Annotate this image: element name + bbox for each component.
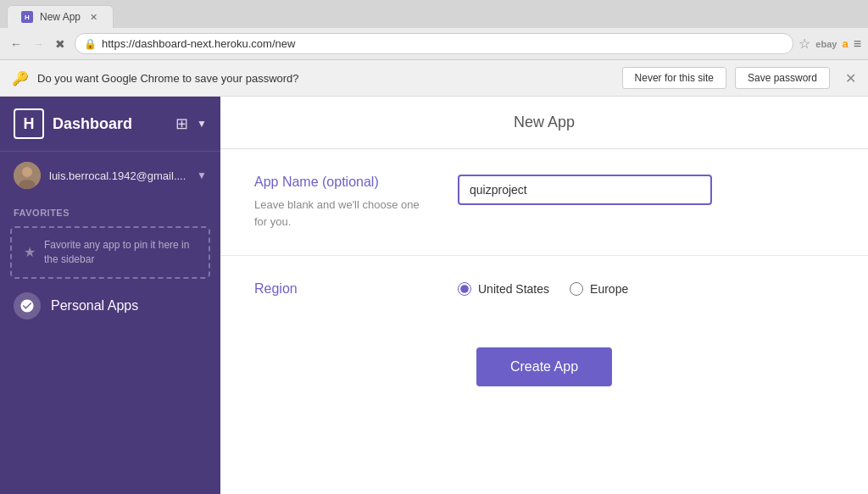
grid-icon[interactable]: ⊞ (175, 114, 188, 133)
region-section: Region United States Europe (220, 256, 868, 322)
app-name-control (458, 175, 834, 205)
personal-apps-label: Personal Apps (51, 298, 138, 314)
user-avatar (14, 162, 41, 189)
reload-button[interactable]: ✖ (51, 35, 70, 53)
browser-actions: ebay a ≡ (815, 36, 861, 52)
nav-buttons: ← → ✖ (7, 35, 70, 53)
tab-favicon: H (21, 11, 33, 23)
url-text: https://dashboard-next.heroku.com/new (102, 37, 784, 50)
star-icon: ★ (24, 243, 36, 262)
save-password-button[interactable]: Save password (735, 67, 830, 89)
never-button[interactable]: Never for this site (622, 67, 726, 89)
region-eu-label: Europe (590, 282, 628, 296)
main-content: New App App Name (optional) Leave blank … (220, 97, 868, 494)
app-name-section: App Name (optional) Leave blank and we'l… (220, 149, 868, 256)
sidebar-header: H Dashboard ⊞ ▼ (0, 97, 220, 152)
region-options: United States Europe (458, 282, 628, 296)
user-chevron-icon: ▼ (197, 169, 207, 181)
svg-point-1 (22, 167, 32, 177)
app-name-input[interactable] (458, 175, 712, 205)
personal-apps-icon (14, 292, 41, 319)
sidebar-item-personal-apps[interactable]: Personal Apps (0, 282, 220, 330)
region-label: Region (254, 281, 424, 297)
favorites-hint: Favorite any app to pin it here in the s… (44, 238, 197, 267)
sidebar-title: Dashboard (53, 115, 167, 133)
lock-icon: 🔒 (84, 38, 97, 50)
create-section: Create App (220, 322, 868, 412)
browser-toolbar: ← → ✖ 🔒 https://dashboard-next.heroku.co… (0, 28, 868, 59)
tab-close-button[interactable]: ✕ (87, 11, 99, 23)
ebay-button[interactable]: ebay (815, 39, 837, 49)
sidebar-chevron-icon[interactable]: ▼ (197, 118, 207, 130)
amazon-button[interactable]: a (842, 37, 848, 50)
app-name-hint: Leave blank and we'll choose one for you… (254, 197, 424, 230)
password-save-bar: 🔑 Do you want Google Chrome to save your… (0, 60, 868, 97)
key-icon: 🔑 (12, 70, 29, 86)
browser-chrome: ← → ✖ 🔒 https://dashboard-next.heroku.co… (0, 28, 868, 60)
region-us-option[interactable]: United States (458, 282, 549, 296)
active-tab[interactable]: H New App ✕ (7, 5, 114, 28)
menu-button[interactable]: ≡ (854, 36, 861, 52)
page-title: New App (514, 114, 575, 130)
region-eu-option[interactable]: Europe (570, 282, 628, 296)
create-app-button[interactable]: Create App (476, 347, 612, 386)
user-email: luis.berrocal.1942@gmail.... (49, 169, 188, 182)
page-header: New App (220, 97, 868, 149)
app-name-label: App Name (optional) (254, 175, 424, 190)
app-layout: H Dashboard ⊞ ▼ luis.berrocal.1942@gmail… (0, 97, 868, 494)
tab-bar: H New App ✕ (0, 0, 868, 28)
app-name-label-group: App Name (optional) Leave blank and we'l… (254, 175, 424, 230)
forward-button[interactable]: → (29, 35, 47, 53)
favorites-label: FAVORITES (0, 199, 220, 223)
address-bar[interactable]: 🔒 https://dashboard-next.heroku.com/new (75, 33, 793, 54)
favorites-box: ★ Favorite any app to pin it here in the… (10, 226, 210, 279)
region-us-radio[interactable] (458, 282, 471, 296)
close-password-bar-button[interactable]: ✕ (845, 70, 856, 86)
region-eu-radio[interactable] (570, 282, 583, 296)
region-us-label: United States (478, 282, 549, 296)
sidebar: H Dashboard ⊞ ▼ luis.berrocal.1942@gmail… (0, 97, 220, 494)
password-bar-message: Do you want Google Chrome to save your p… (37, 72, 614, 85)
tab-title: New App (40, 11, 81, 23)
bookmark-button[interactable]: ☆ (798, 36, 810, 52)
back-button[interactable]: ← (7, 35, 25, 53)
user-row[interactable]: luis.berrocal.1942@gmail.... ▼ (0, 152, 220, 199)
sidebar-logo: H (14, 108, 44, 139)
